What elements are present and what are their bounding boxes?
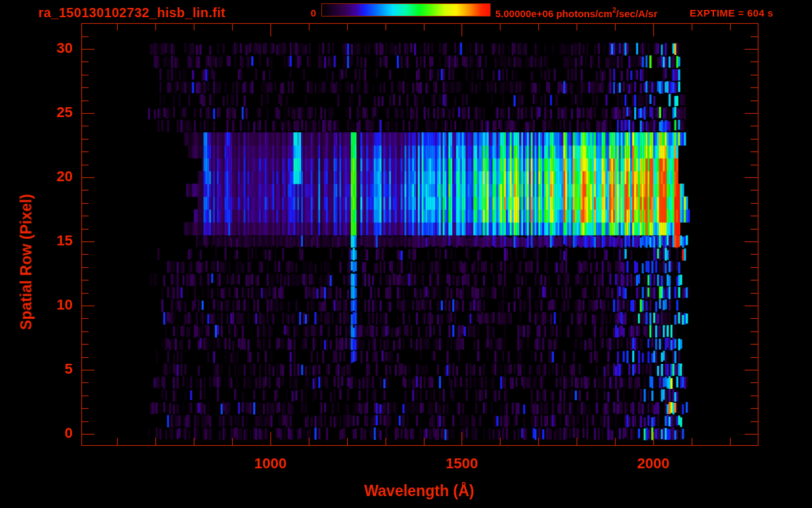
y-tick-label: 5 bbox=[33, 360, 73, 378]
colorbar-max-label: 5.00000e+06 photons/cm2/sec/A/sr bbox=[495, 7, 657, 19]
colorbar-gradient bbox=[321, 3, 491, 17]
y-tick-label: 20 bbox=[33, 168, 73, 185]
x-tick-label: 1000 bbox=[255, 455, 287, 472]
y-tick-label: 30 bbox=[33, 40, 73, 57]
colorbar-min-label: 0 bbox=[299, 7, 316, 19]
x-axis-title: Wavelength (Å) bbox=[364, 482, 475, 500]
y-tick-label: 25 bbox=[33, 104, 73, 121]
filename-label: ra_150130102732_hisb_lin.fit bbox=[38, 5, 225, 21]
y-tick-label: 10 bbox=[33, 296, 73, 314]
colorbar-unit-suffix: /sec/A/sr bbox=[616, 8, 658, 19]
y-tick-label: 0 bbox=[33, 425, 73, 442]
y-tick-label: 15 bbox=[33, 232, 73, 249]
x-tick-label: 2000 bbox=[637, 455, 669, 472]
colorbar-unit-superscript: 2 bbox=[612, 7, 616, 14]
colorbar-unit-prefix: 5.00000e+06 photons/cm bbox=[495, 8, 612, 19]
exptime-label: EXPTIME = 604 s bbox=[690, 7, 773, 19]
x-tick-label: 1500 bbox=[446, 455, 478, 472]
spectrogram-image bbox=[0, 0, 812, 508]
spectrogram-viewer: { "header": { "filename": "ra_1501301027… bbox=[0, 0, 812, 508]
